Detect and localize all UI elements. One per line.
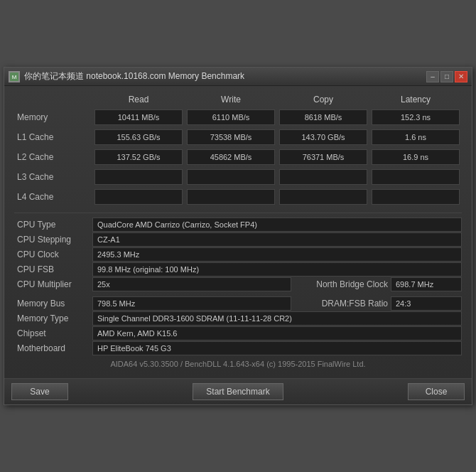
- section-divider: [14, 213, 462, 213]
- col-read-header: Read: [92, 93, 185, 106]
- chipset-label: Chipset: [14, 327, 92, 340]
- title-controls: – □ ✕: [426, 71, 467, 82]
- cpu-stepping-label: CPU Stepping: [14, 233, 92, 246]
- l2-read: 137.52 GB/s: [94, 149, 183, 165]
- cpu-clock-value: 2495.3 MHz: [92, 247, 462, 262]
- cpu-stepping-value: CZ-A1: [92, 232, 462, 247]
- l3-copy: [279, 169, 367, 185]
- dram-ratio-value: 24:3: [391, 296, 462, 311]
- l1-copy: 143.70 GB/s: [279, 129, 367, 145]
- motherboard-label: Motherboard: [14, 342, 92, 355]
- col-latency-header: Latency: [369, 93, 462, 106]
- memory-bus-label: Memory Bus: [14, 297, 92, 310]
- l3-latency: [372, 169, 460, 185]
- nb-clock-value: 698.7 MHz: [391, 277, 462, 291]
- table-row: Memory 10411 MB/s 6110 MB/s 8618 MB/s 15…: [14, 109, 462, 126]
- app-icon: M: [9, 71, 20, 82]
- memory-type-label: Memory Type: [14, 312, 92, 325]
- l3-label: L3 Cache: [14, 171, 92, 183]
- l1-latency: 1.6 ns: [372, 129, 460, 145]
- table-row: L1 Cache 155.63 GB/s 73538 MB/s 143.70 G…: [14, 129, 462, 146]
- button-bar: Save Start Benchmark Close: [4, 378, 472, 404]
- main-window: M 你的笔记本频道 notebook.10168.com Memory Benc…: [4, 67, 472, 405]
- dram-ratio-label: DRAM:FSB Ratio: [291, 297, 391, 310]
- cpu-type-label: CPU Type: [14, 218, 92, 231]
- cpu-type-value: QuadCore AMD Carrizo (Carrizo, Socket FP…: [92, 218, 462, 232]
- title-bar: M 你的笔记本频道 notebook.10168.com Memory Benc…: [4, 68, 472, 86]
- memory-bus-row: Memory Bus 798.5 MHz DRAM:FSB Ratio 24:3: [14, 296, 462, 311]
- memory-copy: 8618 MB/s: [279, 109, 367, 125]
- l3-write: [187, 169, 275, 185]
- close-button[interactable]: Close: [408, 383, 465, 400]
- chipset-row: Chipset AMD Kern, AMD K15.6: [14, 326, 462, 340]
- memory-latency: 152.3 ns: [372, 109, 460, 125]
- l4-copy: [279, 189, 367, 205]
- minimize-button[interactable]: –: [426, 71, 439, 82]
- l4-read: [94, 189, 183, 205]
- l4-latency: [372, 189, 460, 205]
- memory-read: 10411 MB/s: [94, 109, 183, 125]
- title-bar-left: M 你的笔记本频道 notebook.10168.com Memory Benc…: [9, 70, 244, 82]
- l4-write: [187, 189, 275, 205]
- cpu-clock-label: CPU Clock: [14, 248, 92, 261]
- cpu-clock-row: CPU Clock 2495.3 MHz: [14, 247, 462, 262]
- table-header: Read Write Copy Latency: [14, 93, 462, 106]
- cpu-fsb-label: CPU FSB: [14, 263, 92, 276]
- info-section: CPU Type QuadCore AMD Carrizo (Carrizo, …: [14, 218, 462, 355]
- cpu-multiplier-value: 25x: [92, 277, 291, 291]
- l2-write: 45862 MB/s: [187, 149, 275, 165]
- memory-bus-value: 798.5 MHz: [92, 296, 291, 311]
- close-window-button[interactable]: ✕: [455, 71, 467, 82]
- nb-clock-label: North Bridge Clock: [291, 278, 391, 291]
- l1-label: L1 Cache: [14, 131, 92, 144]
- cpu-type-row: CPU Type QuadCore AMD Carrizo (Carrizo, …: [14, 218, 462, 232]
- table-row: L4 Cache: [14, 188, 462, 205]
- l1-read: 155.63 GB/s: [94, 129, 183, 145]
- memory-type-value: Single Channel DDR3-1600 SDRAM (11-11-11…: [92, 311, 462, 326]
- chipset-value: AMD Kern, AMD K15.6: [92, 326, 462, 340]
- footer-text: AIDA64 v5.30.3500 / BenchDLL 4.1.643-x64…: [14, 360, 462, 368]
- memory-label: Memory: [14, 111, 92, 124]
- start-benchmark-button[interactable]: Start Benchmark: [193, 383, 283, 400]
- l3-read: [94, 169, 183, 185]
- cpu-fsb-value: 99.8 MHz (original: 100 MHz): [92, 262, 462, 277]
- motherboard-value: HP EliteBook 745 G3: [92, 341, 462, 355]
- l1-write: 73538 MB/s: [187, 129, 275, 145]
- col-label-header: [14, 93, 92, 106]
- memory-write: 6110 MB/s: [187, 109, 275, 125]
- col-copy-header: Copy: [277, 93, 369, 106]
- cpu-fsb-row: CPU FSB 99.8 MHz (original: 100 MHz): [14, 262, 462, 277]
- memory-type-row: Memory Type Single Channel DDR3-1600 SDR…: [14, 311, 462, 326]
- benchmark-table: Read Write Copy Latency Memory 10411 MB/…: [14, 93, 462, 205]
- l2-copy: 76371 MB/s: [279, 149, 367, 165]
- motherboard-row: Motherboard HP EliteBook 745 G3: [14, 341, 462, 355]
- cpu-stepping-row: CPU Stepping CZ-A1: [14, 232, 462, 247]
- table-row: L2 Cache 137.52 GB/s 45862 MB/s 76371 MB…: [14, 149, 462, 166]
- l4-label: L4 Cache: [14, 191, 92, 203]
- cpu-multiplier-label: CPU Multiplier: [14, 278, 92, 291]
- content-area: Read Write Copy Latency Memory 10411 MB/…: [4, 86, 472, 378]
- cpu-multiplier-row: CPU Multiplier 25x North Bridge Clock 69…: [14, 277, 462, 291]
- l2-latency: 16.9 ns: [372, 149, 460, 165]
- maximize-button[interactable]: □: [440, 71, 453, 82]
- svg-text:M: M: [12, 74, 17, 80]
- table-row: L3 Cache: [14, 168, 462, 186]
- window-title: 你的笔记本频道 notebook.10168.com Memory Benchm…: [24, 70, 244, 82]
- l2-label: L2 Cache: [14, 151, 92, 163]
- col-write-header: Write: [185, 93, 277, 106]
- save-button[interactable]: Save: [11, 383, 68, 400]
